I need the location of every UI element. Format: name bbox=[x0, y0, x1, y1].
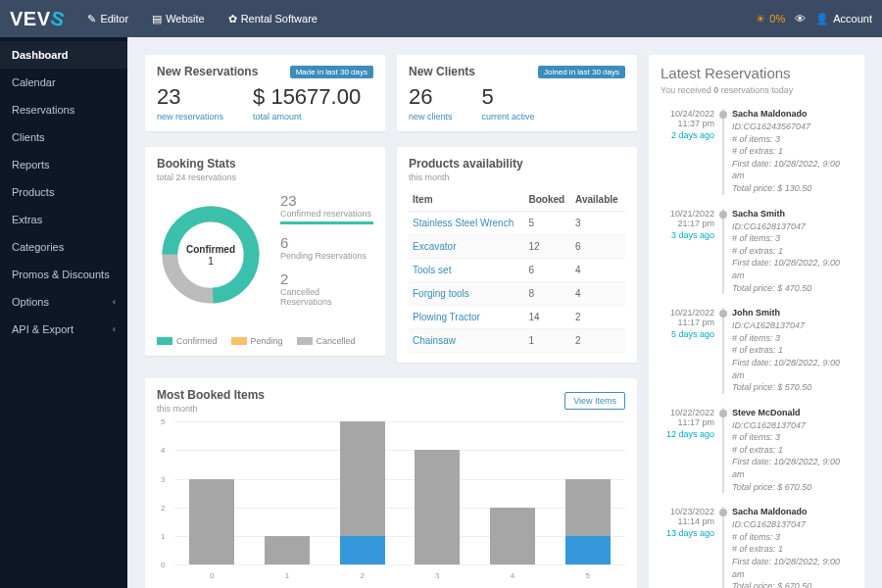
badge-last30: Made in last 30 days bbox=[290, 66, 373, 78]
bar-group: 4 bbox=[490, 421, 535, 564]
bar-group: 3 bbox=[415, 421, 460, 564]
sidebar-item-calendar[interactable]: Calendar bbox=[0, 69, 127, 96]
nav-editor[interactable]: ✎Editor bbox=[77, 5, 138, 33]
stat-row: 23Confirmed reservations bbox=[280, 192, 373, 224]
nav-website[interactable]: ▤Website bbox=[142, 5, 215, 33]
logo: VEVS bbox=[10, 8, 64, 30]
table-row[interactable]: Excavator126 bbox=[409, 235, 625, 259]
table-row[interactable]: Chainsaw12 bbox=[409, 329, 625, 353]
new-res-amount: $ 15677.00 bbox=[253, 84, 361, 110]
sidebar-item-extras[interactable]: Extras bbox=[0, 206, 127, 233]
account-menu[interactable]: 👤Account bbox=[815, 13, 872, 25]
latest-subtitle: You received 0 reservations today bbox=[661, 85, 853, 95]
topbar: VEVS ✎Editor ▤Website ✿Rental Software ☀… bbox=[0, 0, 882, 37]
sidebar-item-categories[interactable]: Categories bbox=[0, 233, 127, 261]
pencil-icon: ✎ bbox=[87, 13, 96, 25]
sidebar-item-options[interactable]: Options‹ bbox=[0, 288, 127, 316]
topnav: ✎Editor ▤Website ✿Rental Software bbox=[77, 5, 327, 33]
table-row[interactable]: Forging tools84 bbox=[409, 282, 625, 306]
bar-group: 0 bbox=[189, 421, 234, 564]
panel-most-booked: Most Booked Items this month View Items … bbox=[145, 378, 637, 588]
latest-title: Latest Reservations bbox=[661, 65, 853, 81]
completion-pct[interactable]: ☀0% bbox=[756, 13, 785, 25]
sidebar: DashboardCalendarReservationsClientsRepo… bbox=[0, 37, 127, 588]
new-res-count: 23 bbox=[157, 84, 223, 110]
reservation-item[interactable]: 10/21/202211:17 pm5 days agoJohn SmithID… bbox=[661, 308, 853, 394]
sidebar-item-api-export[interactable]: API & Export‹ bbox=[0, 316, 127, 343]
gear-icon: ✿ bbox=[228, 13, 237, 25]
table-row[interactable]: Stainless Steel Wrench53 bbox=[409, 212, 625, 235]
bar-group: 2 bbox=[340, 421, 385, 564]
topbar-right: ☀0% 👁 👤Account bbox=[756, 13, 872, 25]
reservation-item[interactable]: 10/23/202211:14 pm13 days agoSacha Maldo… bbox=[661, 507, 853, 588]
panel-new-reservations: New Reservations Made in last 30 days 23… bbox=[145, 55, 385, 131]
most-booked-chart: 012345 012345 bbox=[157, 421, 625, 588]
sidebar-item-promos-discounts[interactable]: Promos & Discounts bbox=[0, 261, 127, 288]
reservation-item[interactable]: 10/21/202221:17 pm3 days agoSacha SmithI… bbox=[661, 209, 853, 295]
table-row[interactable]: Plowing Tractor142 bbox=[409, 306, 625, 329]
sidebar-item-products[interactable]: Products bbox=[0, 178, 127, 206]
new-clients-count: 26 bbox=[409, 84, 453, 110]
sidebar-item-reports[interactable]: Reports bbox=[0, 151, 127, 178]
panel-booking-stats: Booking Stats total 24 reservations Conf… bbox=[145, 147, 385, 356]
user-icon: 👤 bbox=[815, 13, 829, 25]
stat-row: 2Cancelled Reservations bbox=[280, 270, 373, 307]
reservation-item[interactable]: 10/24/202211:37 pm2 days agoSacha Maldon… bbox=[661, 109, 853, 195]
panel-products-availability: Products availability this month Item Bo… bbox=[397, 147, 637, 363]
chevron-left-icon: ‹ bbox=[113, 324, 116, 334]
panel-title: New Clients bbox=[409, 65, 475, 78]
bar-group: 5 bbox=[565, 421, 611, 564]
nav-rental[interactable]: ✿Rental Software bbox=[219, 5, 327, 33]
panel-title: New Reservations bbox=[157, 65, 258, 78]
booking-legend: Confirmed Pending Cancelled bbox=[157, 336, 373, 346]
stat-row: 6Pending Reservations bbox=[280, 234, 373, 261]
bar-group: 1 bbox=[265, 421, 310, 564]
view-items-button[interactable]: View Items bbox=[564, 392, 625, 410]
sidebar-item-reservations[interactable]: Reservations bbox=[0, 96, 127, 123]
donut-chart: Confirmed1 bbox=[157, 201, 265, 309]
table-row[interactable]: Tools set64 bbox=[409, 259, 625, 282]
panel-new-clients: New Clients Joined in last 30 days 26new… bbox=[397, 55, 637, 131]
chevron-left-icon: ‹ bbox=[113, 297, 116, 307]
sidebar-item-clients[interactable]: Clients bbox=[0, 123, 127, 151]
clients-active: 5 bbox=[482, 84, 535, 110]
reservation-item[interactable]: 10/22/202211:17 pm12 days agoSteve McDon… bbox=[661, 408, 853, 494]
panel-latest-reservations: Latest Reservations You received 0 reser… bbox=[649, 55, 864, 588]
window-icon: ▤ bbox=[152, 13, 162, 25]
eye-icon[interactable]: 👁 bbox=[795, 13, 806, 24]
sun-icon: ☀ bbox=[756, 13, 765, 25]
sidebar-item-dashboard[interactable]: Dashboard bbox=[0, 41, 127, 69]
products-table: Item Booked Available Stainless Steel Wr… bbox=[409, 188, 625, 353]
badge-last30: Joined in last 30 days bbox=[538, 66, 625, 78]
